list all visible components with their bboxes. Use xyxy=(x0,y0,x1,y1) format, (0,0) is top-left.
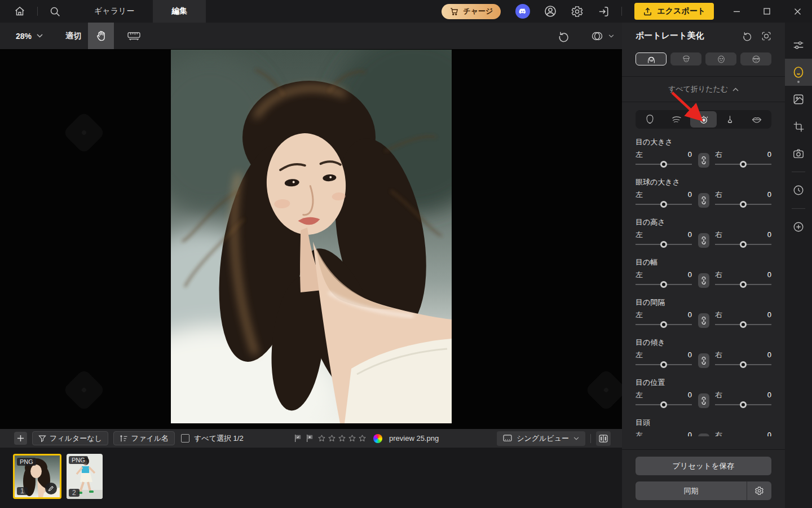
star-rating[interactable] xyxy=(317,434,367,443)
discord-icon[interactable] xyxy=(515,4,530,19)
view-mode-dropdown[interactable]: シングルビュー xyxy=(497,431,585,446)
star-icon[interactable] xyxy=(338,434,346,443)
slider-thumb[interactable] xyxy=(660,361,667,368)
close-button[interactable] xyxy=(789,8,805,15)
left-eye-slider[interactable] xyxy=(636,281,692,288)
sidebar-adjustments[interactable] xyxy=(785,32,812,59)
sync-button[interactable]: 同期 xyxy=(636,481,747,500)
export-button[interactable]: エクスポート xyxy=(634,3,714,20)
reset-icon[interactable] xyxy=(742,30,753,41)
ruler-tool-button[interactable] xyxy=(121,23,147,49)
link-values-button[interactable] xyxy=(698,433,709,436)
sidebar-image[interactable] xyxy=(785,86,812,113)
slider-thumb[interactable] xyxy=(740,241,747,248)
left-eye-slider[interactable] xyxy=(636,321,692,329)
slider-thumb[interactable] xyxy=(660,401,667,408)
sidebar-camera[interactable] xyxy=(785,140,812,167)
link-values-button[interactable] xyxy=(698,233,709,248)
right-eye-value: 0 xyxy=(767,150,771,159)
sidebar-history[interactable] xyxy=(785,177,812,204)
sync-settings-button[interactable] xyxy=(747,481,771,500)
add-photo-button[interactable] xyxy=(14,432,27,445)
subtab-lips[interactable] xyxy=(744,111,770,128)
right-eye-slider[interactable] xyxy=(715,281,771,288)
link-values-button[interactable] xyxy=(698,193,709,208)
tab-face-2[interactable] xyxy=(670,52,701,65)
thumbnail-1[interactable]: PNG 1 xyxy=(13,454,61,499)
slider-thumb[interactable] xyxy=(660,321,667,328)
left-eye-slider[interactable] xyxy=(636,200,692,208)
link-values-button[interactable] xyxy=(698,393,709,408)
zoom-level-dropdown[interactable]: 28% xyxy=(16,32,43,41)
sidebar-crop[interactable] xyxy=(785,113,812,140)
link-values-button[interactable] xyxy=(698,273,709,288)
save-preset-button[interactable]: プリセットを保存 xyxy=(636,457,771,475)
link-values-button[interactable] xyxy=(698,353,709,368)
slider-thumb[interactable] xyxy=(740,281,747,288)
right-eye-slider[interactable] xyxy=(715,401,771,409)
right-eye-slider[interactable] xyxy=(715,240,771,248)
undo-icon[interactable] xyxy=(558,30,570,42)
sidebar-add-plugin[interactable] xyxy=(785,213,812,240)
slider-thumb[interactable] xyxy=(740,321,747,328)
tab-face-3[interactable] xyxy=(705,52,736,65)
link-values-button[interactable] xyxy=(698,313,709,328)
compare-dropdown[interactable] xyxy=(590,29,614,43)
tab-face-4[interactable] xyxy=(740,52,771,65)
image-canvas[interactable] xyxy=(0,49,622,429)
glasses-face-icon xyxy=(751,54,761,64)
ruler-icon xyxy=(127,30,141,42)
logout-icon[interactable] xyxy=(597,5,610,18)
left-eye-slider[interactable] xyxy=(636,160,692,168)
color-label-icon[interactable] xyxy=(373,434,382,443)
search-icon[interactable] xyxy=(49,6,61,17)
flag-pick-icon[interactable] xyxy=(294,434,302,443)
left-eye-slider[interactable] xyxy=(636,240,692,248)
home-icon[interactable] xyxy=(14,5,26,17)
charge-button[interactable]: チャージ xyxy=(442,4,501,19)
sort-button[interactable]: ファイル名 xyxy=(113,431,175,445)
tab-gallery[interactable]: ギャラリー xyxy=(76,0,153,23)
slider-thumb[interactable] xyxy=(740,161,747,168)
subtab-face-contour[interactable] xyxy=(637,111,663,128)
link-values-button[interactable] xyxy=(698,153,709,168)
minimize-button[interactable] xyxy=(729,8,744,15)
subtab-eye[interactable] xyxy=(690,111,717,128)
slider-thumb[interactable] xyxy=(660,281,667,288)
slider-thumb[interactable] xyxy=(660,161,667,168)
filter-button[interactable]: フィルターなし xyxy=(32,431,108,445)
slider-thumb[interactable] xyxy=(740,401,747,408)
link-icon xyxy=(700,276,707,285)
select-all-checkbox[interactable]: すべて選択 1/2 xyxy=(181,433,244,444)
profile-icon[interactable] xyxy=(544,5,557,18)
right-eye-slider[interactable] xyxy=(715,321,771,329)
left-eye-slider[interactable] xyxy=(636,401,692,409)
star-icon[interactable] xyxy=(348,434,356,443)
split-view-button[interactable] xyxy=(596,431,611,446)
subtab-nose[interactable] xyxy=(717,111,743,128)
thumbnail-2[interactable]: PNG 2 xyxy=(67,454,103,499)
slider-thumb[interactable] xyxy=(740,201,747,208)
star-icon[interactable] xyxy=(328,434,336,443)
face-detect-icon[interactable] xyxy=(761,30,771,41)
tab-edit[interactable]: 編集 xyxy=(153,0,206,23)
fit-button[interactable]: 適切 xyxy=(65,31,81,41)
collapse-all-button[interactable]: すべて折りたたむ xyxy=(622,77,785,102)
slider-thumb[interactable] xyxy=(660,201,667,208)
slider-thumb[interactable] xyxy=(740,361,747,368)
hand-tool-button[interactable] xyxy=(88,23,114,49)
left-eye-slider[interactable] xyxy=(636,361,692,369)
settings-icon[interactable] xyxy=(571,5,584,18)
right-eye-slider[interactable] xyxy=(715,361,771,369)
flag-reject-icon[interactable] xyxy=(306,434,314,443)
right-eye-slider[interactable] xyxy=(715,200,771,208)
subtab-eyebrow[interactable] xyxy=(663,111,690,128)
sidebar-portrait[interactable] xyxy=(785,59,812,86)
slider-thumb[interactable] xyxy=(660,241,667,248)
maximize-button[interactable] xyxy=(759,8,775,15)
checkbox-icon[interactable] xyxy=(181,434,189,443)
tab-face-1[interactable] xyxy=(636,52,667,65)
star-icon[interactable] xyxy=(358,434,367,443)
right-eye-slider[interactable] xyxy=(715,160,771,168)
star-icon[interactable] xyxy=(317,434,326,443)
